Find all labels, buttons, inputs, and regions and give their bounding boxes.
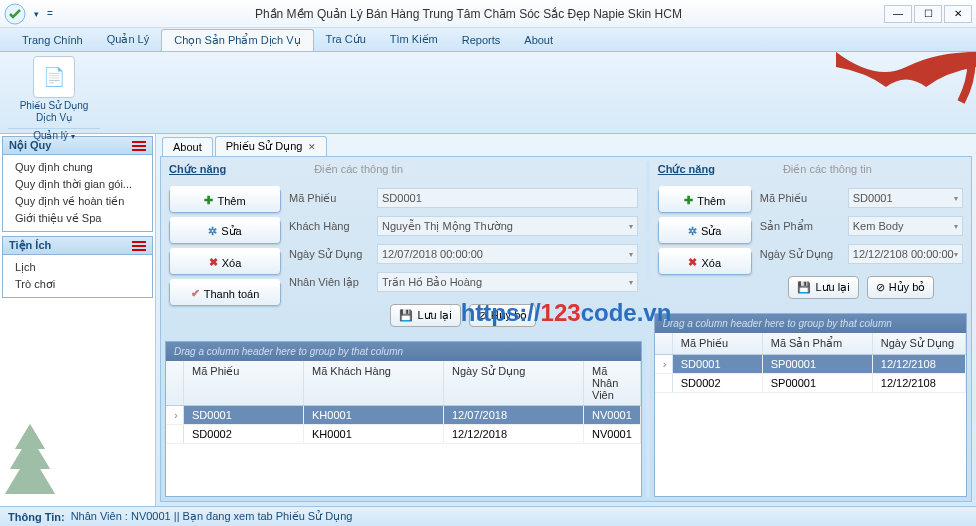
edit-button[interactable]: ✲Sửa [169,219,281,244]
save-button[interactable]: 💾Lưu lại [788,276,858,299]
check-icon: ✔ [191,287,200,300]
minimize-button[interactable]: — [884,5,912,23]
save-icon: 💾 [797,281,811,294]
menu-chon-sp-dv[interactable]: Chọn Sản Phẩm Dịch Vụ [161,29,313,51]
ribbon-phieu-su-dung-button[interactable]: 📄 [33,56,75,98]
delete-button[interactable]: ✖Xóa [169,250,281,275]
tab-close-icon[interactable]: ✕ [308,142,316,152]
save-icon: 💾 [399,309,413,322]
input-ngay-su-dung[interactable]: 12/12/2108 00:00:00▾ [848,244,963,264]
grid-row[interactable]: › SD0001SP0000112/12/2108 [655,355,966,374]
flag-icon [132,141,146,151]
cancel-button[interactable]: ⊘Hủy bỏ [867,276,935,299]
label-nhan-vien: Nhân Viên lập [289,276,369,289]
statusbar: Thông Tin: Nhân Viên : NV0001 || Bạn đan… [0,506,976,526]
right-panel: Chức năng Điền các thông tin ✚Thêm ✲Sửa … [654,161,967,497]
left-grid: Drag a column header here to group by th… [165,341,642,497]
ribbon: 📄 Phiếu Sử Dụng Dịch Vụ Quản lý ▾ [0,52,976,134]
label-san-pham: Sản Phẩm [760,220,840,233]
label-khach-hang: Khách Hàng [289,220,369,232]
label-ngay-su-dung: Ngày Sử Dụng [289,248,369,261]
splitter[interactable] [646,161,650,497]
sidebar: Nội Quy Quy định chung Quy định thời gia… [0,134,156,506]
dropdown-icon[interactable]: ▾ [629,278,633,287]
add-button[interactable]: ✚Thêm [169,188,281,213]
dropdown-icon[interactable]: ▾ [629,250,633,259]
menu-trang-chinh[interactable]: Trang Chính [10,30,95,50]
col-ma-nv[interactable]: Mã Nhân Viên [584,361,641,405]
grid-row[interactable]: SD0002SP0000112/12/2108 [655,374,966,393]
input-san-pham[interactable]: Kem Body▾ [848,216,963,236]
input-nhan-vien[interactable]: Trần Hồ Bảo Hoàng▾ [377,272,638,292]
col-ngay[interactable]: Ngày Sử Dụng [873,333,966,354]
menu-tim-kiem[interactable]: Tìm Kiếm [378,29,450,50]
dropdown-icon[interactable]: ▾ [629,222,633,231]
input-ma-phieu[interactable]: SD0001▾ [848,188,963,208]
ribbon-button-label: Phiếu Sử Dụng Dịch Vụ [8,100,100,124]
dropdown-icon[interactable]: ▾ [954,194,958,203]
sidebar-item-quy-dinh-hoan-tien[interactable]: Quy định về hoàn tiền [3,193,152,210]
save-button[interactable]: 💾Lưu lại [390,304,460,327]
qat-dropdown-icon[interactable]: ▾ [30,9,43,19]
window-title: Phần Mềm Quản Lý Bán Hàng Trung Tâm Chăm… [53,7,884,21]
gear-icon: ✲ [208,225,217,238]
left-panel: Chức năng Điền các thông tin ✚Thêm ✲Sửa … [165,161,642,497]
sidebar-item-quy-dinh-thoi-gian[interactable]: Quy định thời gian gói... [3,176,152,193]
maximize-button[interactable]: ☐ [914,5,942,23]
sidebar-item-quy-dinh-chung[interactable]: Quy định chung [3,159,152,176]
label-ma-phieu: Mã Phiếu [760,192,840,205]
close-button[interactable]: ✕ [944,5,972,23]
left-func-title: Chức năng [165,161,230,178]
tab-about[interactable]: About [162,137,213,156]
gear-icon: ✲ [688,225,697,238]
delete-button[interactable]: ✖Xóa [658,250,752,275]
edit-button[interactable]: ✲Sửa [658,219,752,244]
ribbon-group-label: Quản lý ▾ [8,128,100,141]
label-ngay-su-dung: Ngày Sử Dụng [760,248,840,261]
document-icon: 📄 [43,66,65,88]
content: About Phiếu Sử Dụng✕ Chức năng Điền các … [156,134,976,506]
flag-icon [132,241,146,251]
col-ma-phieu[interactable]: Mã Phiếu [673,333,763,354]
menu-quan-ly[interactable]: Quản Lý [95,29,161,50]
input-ngay-su-dung[interactable]: 12/07/2018 00:00:00▾ [377,244,638,264]
add-button[interactable]: ✚Thêm [658,188,752,213]
grid-group-panel[interactable]: Drag a column header here to group by th… [655,314,966,333]
sidebar-item-lich[interactable]: Lịch [3,259,152,276]
menu-tra-cuu[interactable]: Tra Cứu [314,29,378,50]
sidebar-panel2-title: Tiện Ích [9,239,51,252]
cancel-icon: ⊘ [876,281,885,294]
cancel-icon: ⊘ [478,309,487,322]
plus-icon: ✚ [204,194,213,207]
dropdown-icon[interactable]: ▾ [954,222,958,231]
app-icon [4,3,26,25]
label-ma-phieu: Mã Phiếu [289,192,369,205]
left-info-title: Điền các thông tin [310,161,407,178]
x-icon: ✖ [688,256,697,269]
plus-icon: ✚ [684,194,693,207]
right-func-title: Chức năng [654,161,719,178]
titlebar: ▾ = Phần Mềm Quản Lý Bán Hàng Trung Tâm … [0,0,976,28]
menu-about[interactable]: About [512,30,565,50]
menu-reports[interactable]: Reports [450,30,513,50]
grid-group-panel[interactable]: Drag a column header here to group by th… [166,342,641,361]
status-label: Thông Tin: [8,511,65,523]
input-ma-phieu[interactable]: SD0001 [377,188,638,208]
dropdown-icon[interactable]: ▾ [954,250,958,259]
col-ma-phieu[interactable]: Mã Phiếu [184,361,304,405]
sidebar-item-tro-choi[interactable]: Trò chơi [3,276,152,293]
grid-row[interactable]: SD0002KH000112/12/2018NV0001 [166,425,641,444]
menubar: Trang Chính Quản Lý Chọn Sản Phẩm Dịch V… [0,28,976,52]
sidebar-item-gioi-thieu-spa[interactable]: Giới thiệu về Spa [3,210,152,227]
payment-button[interactable]: ✔Thanh toán [169,281,281,306]
main-area: Nội Quy Quy định chung Quy định thời gia… [0,134,976,506]
col-ma-sp[interactable]: Mã Sản Phẩm [763,333,873,354]
status-text: Nhân Viên : NV0001 || Bạn đang xem tab P… [71,510,353,523]
grid-row[interactable]: › SD0001KH000112/07/2018NV0001 [166,406,641,425]
tab-phieu-su-dung[interactable]: Phiếu Sử Dụng✕ [215,136,328,156]
col-ngay[interactable]: Ngày Sử Dụng [444,361,584,405]
input-khach-hang[interactable]: Nguyễn Thị Mộng Thường▾ [377,216,638,236]
col-ma-kh[interactable]: Mã Khách Hàng [304,361,444,405]
right-grid: Drag a column header here to group by th… [654,313,967,497]
cancel-button[interactable]: ⊘Hủy bỏ [469,304,537,327]
